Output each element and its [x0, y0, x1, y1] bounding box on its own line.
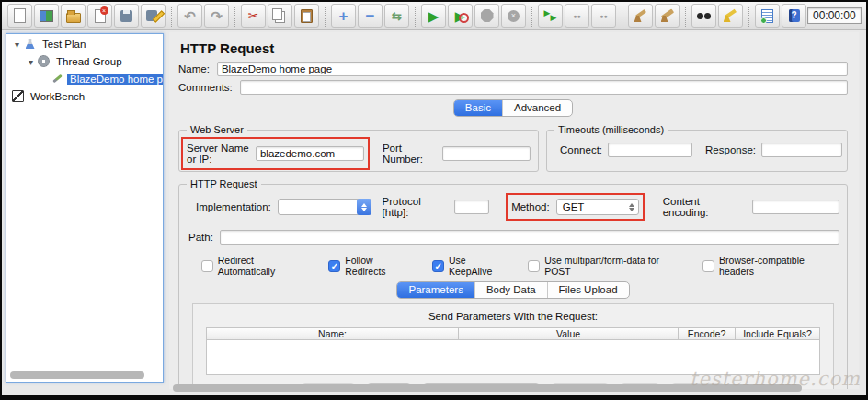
start-button[interactable] [421, 4, 446, 28]
undo-button[interactable] [177, 4, 202, 28]
column-header-value[interactable]: Value [458, 328, 678, 339]
cut-icon [246, 7, 262, 24]
port-number-input[interactable] [442, 146, 531, 161]
chevrons-icon [629, 200, 634, 214]
tree-item-blazedemo-home-page[interactable]: BlazeDemo home page [6, 71, 163, 86]
tab-files-upload[interactable]: Files Upload [547, 282, 629, 298]
connect-timeout-input[interactable] [608, 143, 692, 157]
checkbox-follow-redirects[interactable]: Follow Redirects [328, 255, 415, 277]
stop-button[interactable] [474, 4, 499, 28]
checked-checkbox-icon[interactable] [432, 260, 444, 272]
path-label: Path: [188, 232, 213, 243]
send-parameters-title: Send Parameters With the Request: [200, 311, 826, 322]
tab-advanced[interactable]: Advanced [502, 100, 572, 116]
http-request-legend: HTTP Request [187, 178, 261, 189]
close-file-icon [92, 7, 108, 24]
tab-parameters[interactable]: Parameters [397, 282, 474, 298]
expanded-caret-icon[interactable] [11, 39, 23, 50]
checkbox-redirect-automatically[interactable]: Redirect Automatically [201, 255, 311, 277]
save-as-icon [145, 7, 162, 24]
clear-search-button[interactable] [718, 4, 743, 28]
unchecked-checkbox-icon[interactable] [201, 260, 213, 272]
column-header-encode-[interactable]: Encode? [678, 328, 735, 339]
collapse-all-button[interactable] [358, 4, 383, 28]
new-file-button[interactable] [7, 4, 32, 28]
timeouts-legend: Timeouts (milliseconds) [554, 124, 668, 135]
server-name-annotation: Server Name or IP: [187, 143, 364, 165]
expand-all-button[interactable] [331, 4, 356, 28]
close-file-button[interactable] [87, 4, 112, 28]
timeouts-group: Timeouts (milliseconds) Connect: Respons… [546, 130, 848, 172]
templates-button[interactable] [34, 4, 59, 28]
cut-button[interactable] [241, 4, 266, 28]
start-icon [426, 7, 442, 24]
column-header-name-[interactable]: Name: [207, 328, 458, 339]
tab-body-data[interactable]: Body Data [474, 282, 547, 298]
tab-basic[interactable]: Basic [454, 100, 502, 116]
column-header-include-equals-[interactable]: Include Equals? [735, 328, 819, 339]
save-button[interactable] [114, 4, 139, 28]
expanded-caret-icon[interactable] [25, 56, 37, 67]
search-button[interactable] [691, 4, 716, 28]
test-plan-icon [23, 38, 37, 51]
remote-stop-all-button[interactable] [565, 4, 589, 28]
watermark: testerhome.com [690, 368, 861, 390]
name-input[interactable] [217, 62, 848, 76]
remote-start-all-button[interactable] [538, 4, 563, 28]
checked-checkbox-icon[interactable] [328, 260, 340, 272]
protocol-input[interactable] [454, 200, 489, 214]
checkbox-use-multipart-form-data-for-post[interactable]: Use multipart/form-data for POST [528, 255, 685, 277]
search-icon [696, 7, 713, 24]
toggle-button[interactable] [384, 4, 409, 28]
clear-all-button[interactable] [655, 4, 680, 28]
method-value: GET [563, 201, 585, 212]
response-timeout-input[interactable] [761, 143, 842, 157]
copy-button[interactable] [268, 4, 292, 28]
open-file-button[interactable] [61, 4, 86, 28]
checkbox-label: Follow Redirects [345, 255, 415, 277]
shutdown-button[interactable] [501, 4, 526, 28]
tree-item-thread-group[interactable]: Thread Group [6, 53, 163, 69]
toolbar-buttons [6, 4, 807, 28]
checkbox-label: Browser-compatible headers [719, 255, 839, 277]
function-helper-button[interactable] [755, 4, 780, 28]
clear-button[interactable] [628, 4, 653, 28]
open-file-icon [65, 7, 82, 24]
checkbox-browser-compatible-headers[interactable]: Browser-compatible headers [702, 255, 839, 277]
checkbox-use-keepalive[interactable]: Use KeepAlive [432, 255, 510, 277]
tree-item-workbench[interactable]: WorkBench [6, 88, 163, 104]
paste-button[interactable] [294, 4, 319, 28]
tree-horizontal-scrollbar[interactable] [10, 371, 144, 379]
stop-icon [479, 7, 496, 24]
server-name-input[interactable] [256, 146, 364, 161]
elapsed-time: 00:00:00 [807, 7, 862, 24]
save-icon [119, 7, 135, 24]
name-row: Name: [178, 62, 848, 76]
toolbar-separator [171, 6, 172, 27]
tree-item-test-plan[interactable]: Test Plan [6, 36, 163, 51]
implementation-select[interactable] [278, 199, 371, 215]
toolbar-separator [748, 6, 749, 27]
toolbar-separator [325, 6, 326, 27]
path-input[interactable] [220, 230, 839, 245]
method-select[interactable]: GET [556, 199, 639, 215]
clear-all-icon [659, 7, 676, 24]
stepper-icon [357, 199, 371, 215]
comments-input[interactable] [240, 80, 848, 95]
start-no-pauses-button[interactable] [448, 4, 473, 28]
remote-shutdown-all-button[interactable] [591, 4, 616, 28]
content-encoding-label: Content encoding: [663, 196, 747, 218]
web-server-legend: Web Server [187, 124, 247, 135]
unchecked-checkbox-icon[interactable] [702, 260, 714, 272]
content-encoding-input[interactable] [752, 200, 839, 214]
help-button[interactable] [782, 4, 806, 28]
redo-button[interactable] [204, 4, 229, 28]
save-as-button[interactable] [141, 4, 166, 28]
toolbar: 00:00:00 0 ⚠ 0 / 0 [2, 2, 866, 30]
start-no-pauses-icon [452, 7, 469, 24]
comments-label: Comments: [178, 82, 233, 93]
tree: Test PlanThread GroupBlazeDemo home page… [6, 36, 163, 104]
unchecked-checkbox-icon[interactable] [528, 260, 540, 272]
toggle-icon [389, 7, 405, 24]
collapse-all-icon [362, 7, 379, 24]
